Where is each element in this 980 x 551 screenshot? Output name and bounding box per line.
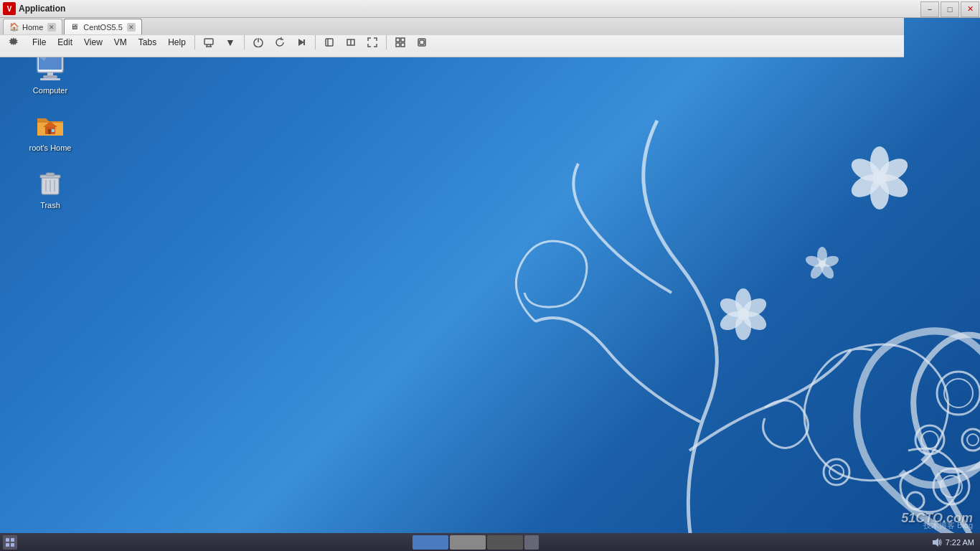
svg-rect-57: [52, 129, 55, 132]
taskbar-item-3[interactable]: [487, 535, 523, 550]
svg-rect-46: [401, 43, 405, 47]
power-btn[interactable]: [248, 34, 268, 51]
close-button[interactable]: ✕: [961, 1, 979, 17]
taskbar-item-1[interactable]: [413, 535, 448, 550]
taskbar: 7:22 AM: [0, 533, 980, 551]
centos-tab-icon: 🖥: [70, 22, 80, 32]
svg-rect-53: [40, 78, 60, 80]
separator-1: [194, 35, 195, 50]
background-decoration: [334, 49, 980, 551]
taskbar-item-2[interactable]: [450, 535, 486, 550]
svg-rect-44: [401, 38, 405, 42]
separator-2: [244, 35, 245, 50]
tabs-row: 🏠 Home ✕ 🖥 CentOS5.5 ✕: [0, 18, 904, 35]
fit-guest-btn[interactable]: [341, 34, 361, 51]
volume-icon: [931, 537, 943, 548]
home-tab-icon: 🏠: [9, 22, 19, 32]
svg-point-4: [962, 429, 980, 451]
minimize-button[interactable]: −: [920, 1, 939, 17]
home-folder-icon-label: root's Home: [29, 143, 72, 153]
pause-btn[interactable]: [291, 34, 311, 51]
svg-rect-32: [204, 39, 213, 44]
svg-rect-64: [6, 538, 9, 542]
menu-view[interactable]: View: [78, 36, 108, 49]
app-title: Application: [19, 4, 65, 14]
svg-rect-51: [47, 72, 53, 75]
home-folder-icon[interactable]: root's Home: [22, 104, 79, 156]
svg-rect-39: [326, 39, 333, 46]
menu-tabs[interactable]: Tabs: [133, 36, 162, 49]
menu-row: File Edit View VM Tabs Help ▼: [0, 35, 904, 50]
separator-4: [386, 35, 387, 50]
svg-rect-67: [11, 543, 14, 547]
taskbar-item-4[interactable]: [524, 535, 539, 550]
svg-rect-43: [396, 38, 400, 42]
unity-btn[interactable]: [390, 34, 410, 51]
trash-icon-label: Trash: [40, 200, 60, 210]
svg-rect-66: [6, 543, 9, 547]
application-menu-bar: V Application − □ ✕: [0, 0, 980, 18]
trash-icon[interactable]: Trash: [22, 161, 79, 213]
fullscreen-btn[interactable]: [362, 34, 382, 51]
watermark-sub: 技术博客 Blog: [923, 520, 973, 531]
window-controls: − □ ✕: [904, 0, 980, 18]
snap-btn[interactable]: [412, 34, 432, 51]
svg-marker-37: [298, 39, 304, 46]
svg-rect-45: [396, 43, 400, 47]
toolbar: 🏠 Home ✕ 🖥 CentOS5.5 ✕ File Edit View: [0, 18, 904, 57]
menu-help[interactable]: Help: [162, 36, 192, 49]
svg-rect-65: [11, 538, 14, 542]
svg-point-5: [967, 434, 979, 446]
menu-edit[interactable]: Edit: [52, 36, 78, 49]
home-folder-icon-image: [33, 107, 67, 141]
taskbar-start-button[interactable]: [3, 535, 17, 550]
svg-point-17: [872, 171, 887, 185]
svg-rect-56: [48, 129, 51, 134]
tab-home[interactable]: 🏠 Home ✕: [3, 19, 62, 34]
svg-rect-63: [46, 173, 55, 176]
svg-rect-48: [420, 40, 424, 44]
trash-icon-image: [33, 164, 67, 199]
tab-home-close[interactable]: ✕: [47, 23, 56, 32]
app-icon: V: [3, 2, 16, 15]
dropdown-arrow-btn[interactable]: ▼: [220, 34, 240, 51]
settings-icon-button[interactable]: [4, 34, 24, 51]
taskbar-items: [20, 535, 931, 550]
clock-time: 7:22 AM: [946, 538, 974, 547]
tab-centos-close[interactable]: ✕: [127, 23, 136, 32]
svg-point-30: [819, 260, 826, 268]
svg-rect-52: [43, 75, 57, 78]
fit-window-btn[interactable]: [319, 34, 339, 51]
maximize-button[interactable]: □: [941, 1, 959, 17]
svg-point-1: [944, 379, 973, 408]
menu-file[interactable]: File: [27, 36, 52, 49]
system-clock: 7:22 AM: [931, 537, 974, 548]
computer-icon-label: Computer: [33, 85, 67, 95]
separator-3: [315, 35, 316, 50]
menu-vm[interactable]: VM: [108, 36, 133, 49]
desktop: V Application − □ ✕ 🏠 Home ✕ 🖥 CentOS5.5…: [0, 0, 980, 551]
svg-point-24: [738, 309, 749, 320]
restart-btn[interactable]: [270, 34, 290, 51]
tab-centos[interactable]: 🖥 CentOS5.5 ✕: [64, 19, 141, 34]
virtual-machine-settings-btn[interactable]: [199, 34, 219, 51]
